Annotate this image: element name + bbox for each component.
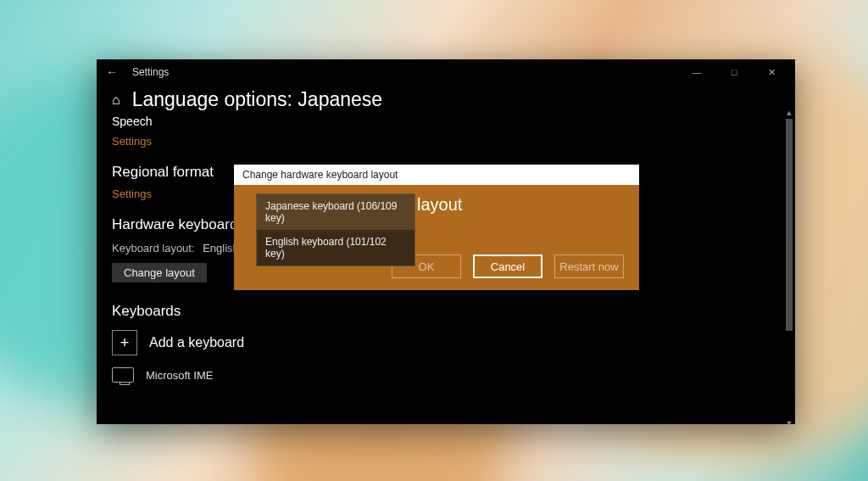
change-layout-button[interactable]: Change layout [112,263,207,282]
app-title: Settings [132,66,169,78]
ime-row[interactable]: Microsoft IME [112,367,780,383]
plus-icon: + [112,330,137,355]
titlebar: ← Settings — □ ✕ [97,59,795,85]
page-title: Language options: Japanese [132,88,382,111]
regional-settings-link[interactable]: Settings [112,187,152,200]
speech-settings-link[interactable]: Settings [112,135,152,148]
close-button[interactable]: ✕ [753,59,790,85]
home-icon[interactable]: ⌂ [112,92,120,108]
scrollbar[interactable]: ▲ ▼ [785,119,793,417]
keyboard-icon [112,367,134,383]
dialog-heading-fragment: layout [417,195,462,215]
dropdown-option[interactable]: Japanese keyboard (106/109 key) [257,194,415,230]
keyboard-layout-label: Keyboard layout: [112,242,195,254]
maximize-button[interactable]: □ [715,59,753,85]
keyboards-heading: Keyboards [112,303,780,320]
scroll-up-icon[interactable]: ▲ [785,109,793,117]
minimize-button[interactable]: — [678,59,715,85]
add-keyboard-row[interactable]: + Add a keyboard [112,330,780,355]
cancel-button[interactable]: Cancel [473,254,542,278]
ime-label: Microsoft IME [146,369,213,382]
speech-heading: Speech [112,115,780,128]
scroll-down-icon[interactable]: ▼ [785,419,793,424]
change-layout-dialog: Change hardware keyboard layout layout J… [234,165,639,290]
window-controls: — □ ✕ [678,59,790,85]
dialog-title: Change hardware keyboard layout [234,165,639,185]
dropdown-option[interactable]: English keyboard (101/102 key) [257,230,415,266]
scroll-track[interactable] [785,119,793,417]
restart-now-button[interactable]: Restart now [554,254,624,278]
back-icon[interactable]: ← [102,65,122,79]
scroll-thumb[interactable] [786,119,793,331]
add-keyboard-label: Add a keyboard [149,335,244,350]
dialog-body: layout Japanese keyboard (106/109 key) E… [234,185,639,290]
layout-dropdown[interactable]: Japanese keyboard (106/109 key) English … [256,193,415,266]
